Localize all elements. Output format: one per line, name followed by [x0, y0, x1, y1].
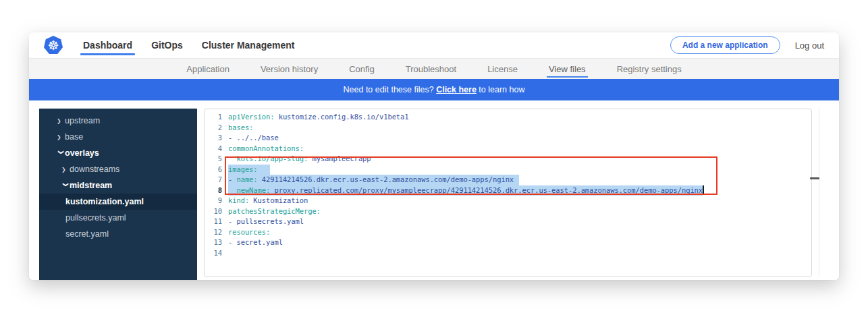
yaml-key: apiVersion:	[228, 112, 274, 123]
line-number: 10	[205, 206, 222, 217]
top-nav: ☸ DashboardGitOpsCluster Management Add …	[29, 32, 839, 59]
chevron-right-icon: ❯	[57, 118, 65, 124]
tree-item-label: downstreams	[70, 165, 119, 174]
code-line-10[interactable]: 10patchesStrategicMerge:	[205, 206, 811, 217]
yaml-value: Kustomization	[249, 196, 308, 206]
tree-folder-base[interactable]: ❯base	[39, 129, 197, 145]
selected-text: - name: 429114214526.dkr.ecr.us-east-2.a…	[228, 175, 519, 185]
top-nav-tabs: DashboardGitOpsCluster Management	[74, 32, 304, 58]
line-number: 13	[205, 237, 222, 248]
yaml-value: - secret.yaml	[228, 237, 283, 248]
yaml-value: -	[228, 175, 236, 183]
chevron-down-icon: ❯	[63, 182, 69, 190]
scrollbar-track	[819, 109, 819, 277]
yaml-value	[228, 154, 236, 165]
yaml-key: name:	[236, 175, 257, 183]
line-number: 12	[205, 227, 222, 238]
line-number: 3	[205, 133, 222, 144]
scrollbar-handle[interactable]	[810, 177, 819, 179]
code-line-5[interactable]: 5 kots.io/app-slug: mysampleecrapp	[205, 154, 811, 165]
sub-nav-tabs: ApplicationVersion historyConfigTroubles…	[29, 59, 839, 79]
yaml-value	[228, 186, 236, 194]
tree-item-label: overlays	[65, 148, 99, 158]
code-line-3[interactable]: 3- ../../base	[205, 133, 811, 144]
line-number: 5	[205, 154, 222, 165]
text-cursor	[703, 185, 704, 194]
yaml-key: bases:	[228, 123, 253, 134]
line-number: 7	[205, 175, 222, 185]
yaml-key: resources:	[228, 227, 270, 238]
tree-folder-downstreams[interactable]: ❯downstreams	[39, 161, 197, 177]
code-line-13[interactable]: 13- secret.yaml	[205, 237, 811, 248]
code-line-2[interactable]: 2bases:	[205, 123, 811, 134]
tree-folder-upstream[interactable]: ❯upstream	[39, 113, 197, 129]
subnav-tab-view-files[interactable]: View files	[549, 59, 586, 79]
subnav-tab-troubleshoot[interactable]: Troubleshoot	[406, 59, 456, 79]
admin-console-window: ☸ DashboardGitOpsCluster Management Add …	[29, 32, 839, 280]
tree-item-label: pullsecrets.yaml	[65, 213, 126, 223]
code-line-9[interactable]: 9kind: Kustomization	[205, 196, 811, 206]
banner-text-after: to learn how	[477, 85, 525, 94]
view-files-content: ❯upstream❯base❯overlays❯downstreams❯mids…	[29, 100, 839, 280]
code-line-11[interactable]: 11- pullsecrets.yaml	[205, 216, 811, 227]
line-number: 8	[205, 185, 222, 196]
line-number: 11	[205, 216, 222, 227]
nav-tab-dashboard[interactable]: Dashboard	[74, 32, 142, 58]
tree-file-pullsecrets-yaml[interactable]: pullsecrets.yaml	[39, 210, 197, 226]
yaml-value: proxy.replicated.com/proxy/mysampleecrap…	[270, 186, 703, 194]
tree-item-label: midstream	[70, 181, 112, 190]
tree-item-label: upstream	[65, 116, 100, 125]
subnav-tab-config[interactable]: Config	[349, 59, 375, 79]
code-line-7[interactable]: 7- name: 429114214526.dkr.ecr.us-east-2.…	[205, 175, 811, 185]
selected-text: newName: proxy.replicated.com/proxy/mysa…	[228, 185, 703, 196]
add-application-button[interactable]: Add a new application	[670, 36, 780, 54]
code-editor[interactable]: 1apiVersion: kustomize.config.k8s.io/v1b…	[204, 109, 812, 277]
nav-tab-cluster-management[interactable]: Cluster Management	[192, 32, 304, 58]
code-line-1[interactable]: 1apiVersion: kustomize.config.k8s.io/v1b…	[205, 112, 811, 123]
code-line-8[interactable]: 8 newName: proxy.replicated.com/proxy/my…	[205, 185, 811, 196]
tree-item-label: secret.yaml	[65, 229, 109, 239]
active-subtab-underline	[547, 76, 588, 78]
tree-item-label: kustomization.yaml	[65, 197, 144, 206]
tree-folder-midstream[interactable]: ❯midstream	[39, 177, 197, 194]
line-number: 6	[205, 165, 222, 175]
code-line-6[interactable]: 6images:	[205, 165, 811, 175]
banner-text-before: Need to edit these files?	[344, 85, 437, 94]
subnav-tab-version-history[interactable]: Version history	[261, 59, 318, 79]
line-number: 14	[205, 248, 222, 259]
chevron-right-icon: ❯	[61, 167, 70, 173]
chevron-down-icon: ❯	[58, 150, 64, 158]
yaml-key: images:	[228, 165, 258, 173]
yaml-value: - ../../base	[228, 133, 279, 144]
tree-file-secret-yaml[interactable]: secret.yaml	[39, 226, 197, 242]
file-tree: ❯upstream❯base❯overlays❯downstreams❯mids…	[39, 109, 197, 280]
tree-folder-overlays[interactable]: ❯overlays	[39, 145, 197, 161]
chevron-right-icon: ❯	[57, 134, 65, 140]
selected-text: images:	[228, 165, 270, 175]
yaml-key: patchesStrategicMerge:	[228, 206, 321, 217]
code-line-4[interactable]: 4commonAnnotations:	[205, 144, 811, 154]
logout-link[interactable]: Log out	[795, 40, 824, 51]
code-line-14[interactable]: 14	[205, 248, 811, 259]
subnav-tab-application[interactable]: Application	[186, 59, 229, 79]
kubernetes-icon[interactable]: ☸	[44, 36, 63, 55]
line-number: 1	[205, 112, 222, 123]
line-number: 2	[205, 123, 222, 134]
yaml-value: 429114214526.dkr.ecr.us-east-2.amazonaws…	[258, 175, 514, 183]
tree-item-label: base	[65, 132, 83, 142]
top-nav-right: Add a new application Log out	[670, 36, 824, 54]
edit-files-banner: Need to edit these files? Click here to …	[29, 79, 839, 100]
code-line-12[interactable]: 12resources:	[205, 227, 811, 238]
subnav-tab-registry-settings[interactable]: Registry settings	[617, 59, 682, 79]
tree-file-kustomization-yaml[interactable]: kustomization.yaml	[39, 194, 197, 210]
banner-click-here-link[interactable]: Click here	[436, 85, 477, 94]
yaml-value: mysampleecrapp	[308, 154, 371, 165]
yaml-value: - pullsecrets.yaml	[228, 216, 304, 227]
yaml-key: kots.io/app-slug:	[236, 154, 308, 165]
yaml-key: newName:	[236, 186, 270, 194]
line-number: 9	[205, 196, 222, 206]
subnav-tab-license[interactable]: License	[487, 59, 518, 79]
yaml-key: kind:	[228, 196, 249, 206]
active-tab-underline	[80, 53, 135, 55]
nav-tab-gitops[interactable]: GitOps	[142, 32, 192, 58]
